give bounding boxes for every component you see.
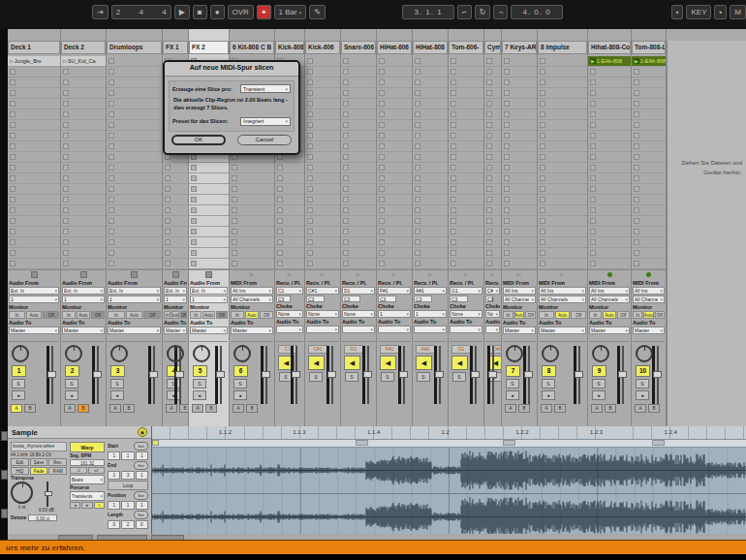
clip-stop-square[interactable] (63, 111, 69, 117)
arm-button[interactable]: ● (65, 390, 78, 400)
clip-stop-square[interactable] (10, 69, 16, 75)
clip-stop-square[interactable] (277, 207, 283, 213)
clip-stop-square[interactable] (307, 122, 313, 128)
clip-stop-square[interactable] (232, 165, 237, 171)
clip-slot[interactable] (449, 109, 483, 120)
monitor-off-button[interactable]: Off (525, 311, 536, 319)
clip-stop-square[interactable] (10, 154, 16, 160)
clip-slot[interactable] (588, 205, 631, 216)
choke-group-select[interactable]: None▾ (276, 310, 303, 318)
half-tempo-button[interactable]: :2 (70, 467, 87, 474)
clip-slot[interactable] (341, 88, 376, 99)
clip-slot[interactable] (189, 205, 229, 216)
clip-slot[interactable] (413, 99, 448, 109)
clip-stop-square[interactable] (451, 90, 456, 96)
clip-slot[interactable] (377, 195, 412, 205)
clip-stop-square[interactable] (415, 175, 420, 181)
clip-slot[interactable] (107, 163, 162, 173)
clip-stop-square[interactable] (343, 175, 349, 181)
clip-stop-square[interactable] (634, 143, 639, 149)
clip-stop-square[interactable] (486, 122, 492, 128)
clip-stop-square[interactable] (10, 250, 16, 256)
clip-slot[interactable] (632, 67, 666, 78)
clip-slot[interactable] (61, 173, 106, 184)
clip-slot[interactable] (107, 259, 162, 269)
input-channel-select[interactable]: 1▾ (190, 296, 228, 303)
clip-stop-square[interactable] (191, 250, 197, 256)
clip-slot[interactable] (588, 152, 631, 163)
clip-stop-square[interactable] (277, 165, 283, 171)
clip-stop-square[interactable] (109, 90, 114, 96)
clip-stop-square[interactable] (63, 122, 69, 128)
clip-slot[interactable] (377, 120, 412, 131)
clip-slot[interactable] (502, 56, 537, 67)
fader-handle[interactable] (471, 371, 480, 378)
clip-slot[interactable] (341, 78, 376, 88)
volume-fader[interactable] (398, 346, 408, 404)
clip-stop-square[interactable] (540, 154, 545, 160)
clip-slot[interactable] (588, 109, 631, 120)
clip-stop-square[interactable] (451, 207, 456, 213)
clip-slot[interactable]: ▶1-EAh-808 (588, 56, 631, 67)
clip-stop-square[interactable] (634, 250, 639, 256)
clip-play-icon[interactable]: ▶ (590, 58, 596, 64)
clip-stop-square[interactable] (109, 69, 114, 75)
clip-slot[interactable] (588, 163, 631, 173)
clip-stop-square[interactable] (504, 197, 510, 202)
clip-slot[interactable] (413, 109, 448, 120)
clip-slot[interactable] (189, 163, 229, 173)
input-channel-select[interactable]: 1▾ (9, 296, 59, 303)
clip-slot[interactable] (230, 248, 274, 259)
clip-slot[interactable] (449, 152, 483, 163)
clip-slot[interactable] (538, 88, 587, 99)
choke-group-select[interactable]: None▾ (450, 310, 482, 318)
chain-activator-button[interactable]: ◀ (416, 356, 432, 370)
clip-stop-square[interactable] (165, 175, 171, 181)
clip-slot[interactable] (484, 248, 501, 259)
volume-fader[interactable] (617, 346, 627, 404)
monitor-off-button[interactable]: Off (143, 311, 161, 319)
clip-stop-square[interactable] (277, 261, 283, 266)
clip-stop-square[interactable] (504, 69, 510, 75)
chain-activator-button[interactable]: ◀ (380, 356, 396, 370)
output-select[interactable]: ▾ (485, 326, 500, 333)
track-header-impulse[interactable]: 8 Impulse (538, 41, 587, 54)
clip-stop-square[interactable] (379, 165, 385, 171)
ram-button[interactable]: RAM (48, 467, 67, 475)
clip-slot[interactable] (484, 56, 501, 67)
monitor-auto-button[interactable]: Auto (643, 311, 653, 319)
clip-slot[interactable] (8, 205, 60, 216)
clip-slot[interactable] (341, 259, 376, 269)
clip-slot[interactable] (632, 78, 666, 88)
clip-slot[interactable] (632, 120, 666, 131)
clip-stop-square[interactable] (590, 239, 596, 245)
crossfade-b-button[interactable]: B (648, 404, 660, 413)
clip-stop-square[interactable] (590, 186, 596, 192)
arm-button[interactable]: ● (506, 390, 519, 400)
edit-button[interactable]: Edit (11, 458, 29, 466)
monitor-in-button[interactable]: In (108, 311, 125, 319)
play-button[interactable]: ▶ (174, 5, 190, 19)
clip-slot[interactable] (341, 163, 376, 173)
stop-all-clips-button[interactable]: ▷ (428, 272, 432, 277)
follow-button[interactable]: ⇥ (92, 5, 109, 19)
volume-fader[interactable] (470, 346, 480, 404)
clip-stop-square[interactable] (415, 143, 420, 149)
output-select[interactable]: Master▾ (589, 327, 630, 334)
clip-stop-square[interactable] (451, 122, 456, 128)
clip-stop-square[interactable] (634, 175, 639, 181)
clip-stop-row[interactable]: ▷ (538, 269, 587, 279)
clip-slot[interactable] (107, 56, 162, 67)
output-select[interactable]: Master▾ (9, 327, 59, 334)
pan-knob[interactable] (233, 345, 251, 362)
clip-stop-square[interactable] (451, 79, 456, 85)
clip-stop-square[interactable] (634, 261, 639, 266)
pan-knob[interactable] (636, 345, 653, 362)
clip-launch-icon[interactable]: ▷ (63, 58, 67, 64)
clip-stop-square[interactable] (10, 186, 16, 192)
clip-slot[interactable] (61, 216, 106, 227)
arm-button[interactable]: ● (193, 390, 206, 400)
midi-overdub-button[interactable]: + (257, 5, 271, 19)
monitor-off-button[interactable]: Off (216, 311, 228, 319)
clip-stop-square[interactable] (165, 186, 171, 192)
